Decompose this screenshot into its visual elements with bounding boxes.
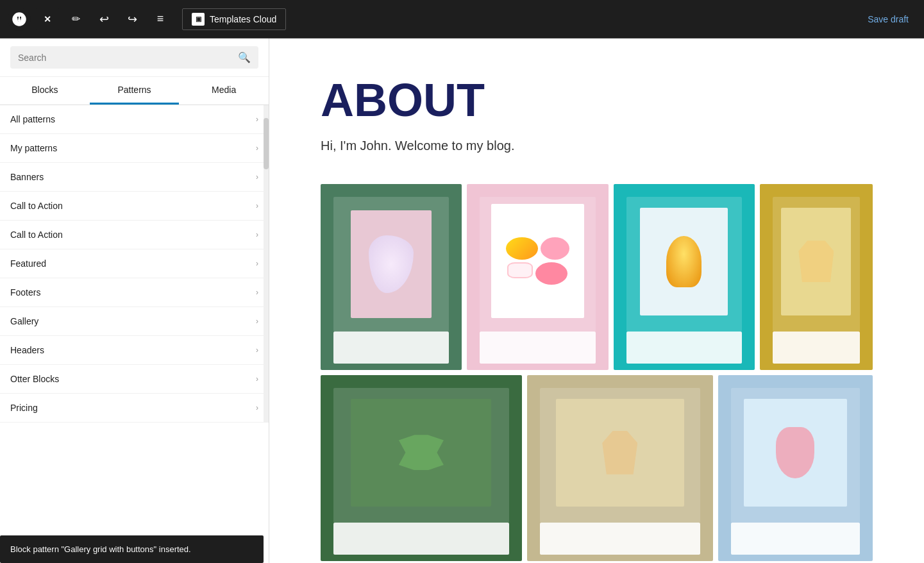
- pattern-item-footers[interactable]: Footers ›: [0, 278, 269, 307]
- chevron-icon: ›: [256, 259, 258, 268]
- redo-button[interactable]: ↪: [121, 8, 144, 31]
- tab-blocks[interactable]: Blocks: [0, 77, 90, 105]
- pattern-item-my-patterns[interactable]: My patterns ›: [0, 134, 269, 163]
- chevron-icon: ›: [256, 115, 258, 124]
- chevron-icon: ›: [256, 374, 258, 383]
- toast-notification: Block pattern "Gallery grid with buttons…: [0, 535, 264, 563]
- templates-cloud-button[interactable]: ▣ Templates Cloud: [182, 8, 286, 30]
- gallery-inner: [333, 388, 509, 523]
- gallery-inner: [540, 388, 700, 523]
- pattern-item-cta-2[interactable]: Call to Action ›: [0, 221, 269, 249]
- chevron-icon: ›: [256, 201, 258, 210]
- menu-button[interactable]: ≡: [149, 8, 172, 31]
- pattern-list: All patterns › My patterns › Banners › C…: [0, 105, 269, 563]
- chevron-icon: ›: [256, 144, 258, 153]
- pattern-list-inner: All patterns › My patterns › Banners › C…: [0, 105, 269, 423]
- undo-button[interactable]: ↩: [92, 8, 115, 31]
- gallery-cell-5: [321, 375, 522, 561]
- scrollbar-track[interactable]: [264, 105, 269, 423]
- search-input[interactable]: [18, 53, 233, 63]
- templates-cloud-icon: ▣: [192, 13, 205, 26]
- chevron-icon: ›: [256, 172, 258, 181]
- scrollbar-thumb[interactable]: [264, 118, 269, 169]
- gallery-bottom-card: [540, 523, 700, 555]
- page-subtitle: Hi, I'm John. Welcome to my blog.: [321, 139, 873, 153]
- pattern-item-otter-blocks[interactable]: Otter Blocks ›: [0, 365, 269, 394]
- gallery-cell-1: [321, 184, 462, 370]
- gallery-cell-3: [614, 184, 755, 370]
- gallery-cell-4: [760, 184, 873, 370]
- pencil-button[interactable]: ✏: [64, 8, 87, 31]
- gallery-inner: [333, 197, 449, 332]
- gallery-bottom-card: [731, 523, 860, 555]
- gallery-bottom-card: [773, 332, 860, 364]
- close-button[interactable]: ✕: [36, 8, 59, 31]
- tab-patterns[interactable]: Patterns: [90, 77, 180, 105]
- tabs: Blocks Patterns Media: [0, 77, 269, 105]
- chevron-icon: ›: [256, 317, 258, 326]
- svg-text:W: W: [16, 16, 22, 23]
- tab-media[interactable]: Media: [179, 77, 269, 105]
- gallery-cell-6: [527, 375, 713, 561]
- search-icon: 🔍: [238, 51, 251, 63]
- gallery-cell-2: [467, 184, 608, 370]
- chevron-icon: ›: [256, 230, 258, 239]
- pattern-item-pricing[interactable]: Pricing ›: [0, 394, 269, 423]
- gallery-inner: [731, 388, 860, 523]
- main-layout: 🔍 Blocks Patterns Media All patterns ›: [0, 38, 924, 563]
- chevron-icon: ›: [256, 288, 258, 297]
- pattern-item-banners[interactable]: Banners ›: [0, 163, 269, 192]
- gallery-inner: [626, 197, 742, 332]
- pattern-item-cta-1[interactable]: Call to Action ›: [0, 192, 269, 221]
- pattern-item-featured[interactable]: Featured ›: [0, 249, 269, 278]
- gallery-bottom-card: [480, 332, 595, 364]
- pattern-item-gallery[interactable]: Gallery ›: [0, 307, 269, 336]
- sidebar: 🔍 Blocks Patterns Media All patterns ›: [0, 38, 269, 563]
- toolbar: W ✕ ✏ ↩ ↪ ≡ ▣ Templates Cloud Save draft: [0, 0, 924, 38]
- gallery-cell-7: [718, 375, 873, 561]
- content-area: ABOUT Hi, I'm John. Welcome to my blog.: [269, 38, 924, 563]
- save-draft-button[interactable]: Save draft: [860, 14, 916, 24]
- gallery-row-1: [321, 184, 873, 370]
- gallery-bottom-card: [626, 332, 742, 364]
- gallery-inner: [480, 197, 595, 332]
- gallery-row-2: [321, 375, 873, 561]
- search-bar: 🔍: [0, 38, 269, 77]
- pattern-item-headers[interactable]: Headers ›: [0, 336, 269, 365]
- page-title: ABOUT: [321, 77, 873, 123]
- chevron-icon: ›: [256, 346, 258, 355]
- gallery-bottom-card: [333, 523, 509, 555]
- chevron-icon: ›: [256, 403, 258, 412]
- wp-logo: W: [8, 8, 31, 31]
- search-input-wrap: 🔍: [10, 46, 258, 69]
- gallery-inner: [773, 197, 860, 332]
- pattern-item-all-patterns[interactable]: All patterns ›: [0, 105, 269, 134]
- gallery-bottom-card: [333, 332, 449, 364]
